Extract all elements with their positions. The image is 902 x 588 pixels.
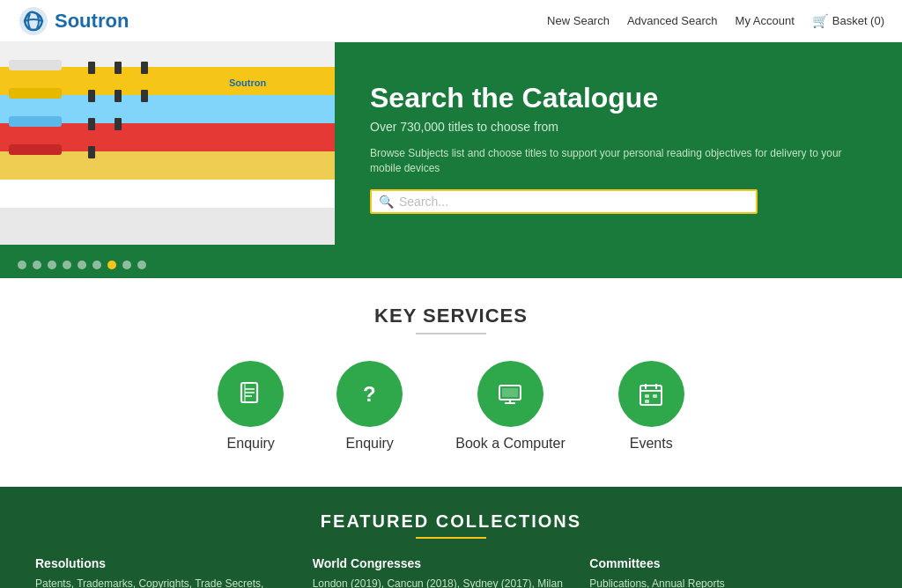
dot-1[interactable] xyxy=(18,261,26,269)
service-events[interactable]: Events xyxy=(618,361,684,452)
svg-rect-37 xyxy=(645,394,649,398)
hero-subtitle: Over 730,000 titles to choose from xyxy=(370,120,867,134)
featured-collections-section: FEATURED COLLECTIONS Resolutions Patents… xyxy=(0,487,902,588)
calendar-icon xyxy=(636,379,666,409)
svg-rect-20 xyxy=(115,118,122,130)
hero-content: Search the Catalogue Over 730,000 titles… xyxy=(335,42,902,254)
key-services-divider xyxy=(416,333,486,334)
svg-rect-17 xyxy=(115,90,122,102)
svg-rect-7 xyxy=(0,180,335,208)
dot-9[interactable] xyxy=(137,261,146,269)
svg-rect-39 xyxy=(645,400,649,403)
featured-col-congresses-title: World Congresses xyxy=(313,556,573,570)
catalogue-search-input[interactable] xyxy=(399,195,749,209)
featured-col-committees-title: Committees xyxy=(589,556,849,570)
featured-col-congresses-text: London (2019), Cancun (2018), Sydney (20… xyxy=(313,576,573,588)
basket-link[interactable]: 🛒 Basket (0) xyxy=(812,13,884,29)
dot-7[interactable] xyxy=(107,261,116,269)
enquiry-1-icon-circle xyxy=(218,361,284,427)
svg-rect-16 xyxy=(88,90,95,102)
dot-2[interactable] xyxy=(33,261,41,269)
service-enquiry-1-label: Enquiry xyxy=(227,436,275,452)
svg-rect-33 xyxy=(640,386,662,405)
basket-label: Basket (0) xyxy=(832,14,884,27)
service-enquiry-1[interactable]: Enquiry xyxy=(218,361,284,452)
dot-5[interactable] xyxy=(78,261,86,269)
featured-col-congresses: World Congresses London (2019), Cancun (… xyxy=(313,556,590,588)
service-enquiry-2-label: Enquiry xyxy=(346,436,394,452)
computer-icon xyxy=(495,379,525,409)
svg-rect-11 xyxy=(9,116,62,127)
featured-col-resolutions: Resolutions Patents, Trademarks, Copyrig… xyxy=(35,556,313,588)
key-services-section: KEY SERVICES Enquiry ? Enq xyxy=(0,278,902,487)
folders-image: Soutron xyxy=(0,42,335,245)
hero-image: Soutron xyxy=(0,42,335,254)
hero-title: Search the Catalogue xyxy=(370,82,867,114)
featured-grid: Resolutions Patents, Trademarks, Copyrig… xyxy=(35,556,867,588)
folders-svg: Soutron xyxy=(0,42,335,245)
book-icon xyxy=(236,379,266,409)
svg-rect-12 xyxy=(9,144,62,155)
dot-4[interactable] xyxy=(63,261,71,269)
service-book-computer-label: Book a Computer xyxy=(455,436,566,452)
featured-col-resolutions-title: Resolutions xyxy=(35,556,295,570)
logo-text: Soutron xyxy=(55,10,129,33)
header: Soutron New Search Advanced Search My Ac… xyxy=(0,0,902,42)
service-book-computer[interactable]: Book a Computer xyxy=(455,361,566,452)
book-computer-icon-circle xyxy=(477,361,543,427)
service-enquiry-2[interactable]: ? Enquiry xyxy=(336,361,403,452)
svg-rect-9 xyxy=(9,60,62,70)
featured-title: FEATURED COLLECTIONS xyxy=(35,511,867,532)
svg-rect-32 xyxy=(502,388,518,397)
enquiry-2-icon-circle: ? xyxy=(336,361,403,427)
featured-col-committees-text: Publications, Annual Reports xyxy=(589,576,849,588)
dot-3[interactable] xyxy=(48,261,56,269)
search-icon: 🔍 xyxy=(379,195,394,209)
featured-divider xyxy=(416,537,486,539)
events-icon-circle xyxy=(618,361,684,427)
service-events-label: Events xyxy=(630,436,673,452)
svg-rect-8 xyxy=(0,208,335,245)
new-search-link[interactable]: New Search xyxy=(547,14,610,27)
key-services-title: KEY SERVICES xyxy=(18,305,884,327)
svg-text:Soutron: Soutron xyxy=(229,77,266,88)
svg-rect-21 xyxy=(88,146,95,158)
carousel-dots xyxy=(0,254,902,278)
featured-col-committees: Committees Publications, Annual Reports xyxy=(589,556,867,588)
svg-rect-15 xyxy=(141,62,148,74)
svg-rect-14 xyxy=(115,62,122,74)
svg-rect-18 xyxy=(141,90,148,102)
svg-rect-38 xyxy=(653,394,657,398)
dot-8[interactable] xyxy=(122,261,131,269)
hero-search-box: 🔍 xyxy=(370,189,758,214)
dot-6[interactable] xyxy=(92,261,101,269)
hero-description: Browse Subjects list and choose titles t… xyxy=(370,146,867,176)
soutron-logo-icon xyxy=(18,5,49,37)
advanced-search-link[interactable]: Advanced Search xyxy=(627,14,718,27)
hero-banner: Soutron Search the Catalogue Over 730,00… xyxy=(0,42,902,254)
svg-rect-19 xyxy=(88,118,95,130)
svg-rect-10 xyxy=(9,88,62,99)
basket-icon: 🛒 xyxy=(812,13,829,29)
svg-text:?: ? xyxy=(363,382,376,406)
services-grid: Enquiry ? Enquiry Book a Computer xyxy=(18,361,884,469)
logo-area: Soutron xyxy=(18,5,129,37)
top-nav: New Search Advanced Search My Account 🛒 … xyxy=(547,13,884,29)
question-icon: ? xyxy=(355,379,385,409)
featured-col-resolutions-text: Patents, Trademarks, Copyrights, Trade S… xyxy=(35,576,295,588)
svg-rect-13 xyxy=(88,62,95,74)
my-account-link[interactable]: My Account xyxy=(736,14,795,27)
svg-rect-6 xyxy=(0,151,335,180)
